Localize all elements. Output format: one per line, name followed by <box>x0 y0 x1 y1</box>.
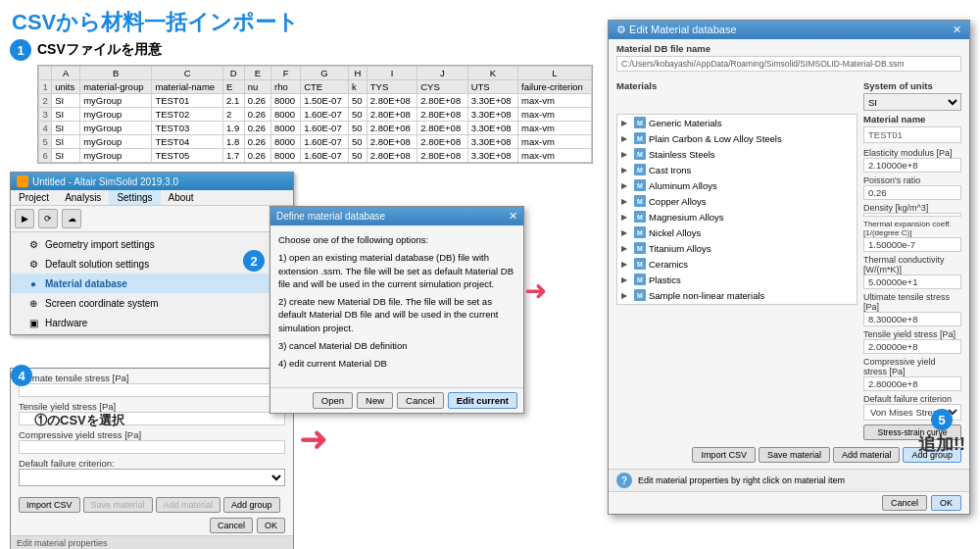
tree-item-label: Aluminum Alloys <box>649 180 717 191</box>
prop-val-rho <box>863 213 961 217</box>
label-ultimate: Ultimate tensile stress [Pa] <box>19 373 285 383</box>
csv-table-wrapper: A B C D E F G H I J K L 1unitsmaterial-g… <box>37 65 593 164</box>
prop-label-nu: Poisson's ratio <box>863 175 961 185</box>
label-compressive: Compressive yield stress [Pa] <box>19 429 285 440</box>
nav-material-db[interactable]: ● Material database <box>11 274 293 293</box>
prop-label-cys: Compressive yield stress [Pa] <box>863 357 961 376</box>
tree-item[interactable]: ▶MPlastics <box>617 272 857 287</box>
prop-label-uts: Ultimate tensile stress [Pa] <box>863 292 961 312</box>
edit-material-dialog: ⚙ Edit Material database ✕ Material DB f… <box>608 20 970 515</box>
col-b: B <box>80 67 152 80</box>
statusbar: Edit material properties <box>11 535 293 549</box>
tree-item[interactable]: ▶MSample non-linear materials <box>617 287 857 303</box>
tree-item[interactable]: ▶MCopper Alloys <box>617 193 857 209</box>
prop-label-tys: Tensile yield stress [Pa] <box>863 329 961 339</box>
toolbar-btn-2[interactable]: ⟳ <box>38 209 58 228</box>
btn-add-group-4[interactable]: Add group <box>223 497 280 513</box>
hw-icon: ▣ <box>26 316 40 329</box>
step4-form: Ultimate tensile stress [Pa] Tensile yie… <box>11 369 293 494</box>
tree-item-label: Copper Alloys <box>649 196 707 207</box>
dialog-define-body: Choose one of the following options: 1) … <box>270 225 523 383</box>
step4-ok-cancel: Cancel OK <box>11 516 293 535</box>
btn-save-material-4[interactable]: Save material <box>83 497 153 513</box>
btn-import-csv-4[interactable]: Import CSV <box>19 497 80 513</box>
emd-materials-label: Materials <box>616 80 858 91</box>
tree-item[interactable]: ▶MNickel Alloys <box>617 225 857 240</box>
btn-edit-current[interactable]: Edit current <box>448 392 517 409</box>
nav-label-1: Geometry import settings <box>45 239 155 250</box>
field-compressive: Compressive yield stress [Pa] <box>19 429 285 454</box>
nav-label-5: Hardware <box>45 318 87 328</box>
prop-density: Density [kg/m^3] <box>863 203 961 217</box>
btn-add-material-4[interactable]: Add material <box>156 497 221 513</box>
menu-project[interactable]: Project <box>11 190 57 205</box>
failure-criterion-select[interactable] <box>19 469 285 486</box>
col-a: A <box>52 67 80 80</box>
mat-name-label: Material name <box>863 114 961 125</box>
step4-instruction: ①のCSVを選択 <box>34 412 124 429</box>
dialog-buttons: Open New Cancel Edit current <box>270 387 523 413</box>
menu-analysis[interactable]: Analysis <box>57 190 109 205</box>
btn-ok-main[interactable]: OK <box>931 495 961 511</box>
btn-add-material-main[interactable]: Add material <box>833 447 901 463</box>
tree-item[interactable]: ▶MAluminum Alloys <box>617 177 857 193</box>
prop-label-k: Thermal conductivity [W/(m*K)] <box>863 255 961 274</box>
tree-arrow-icon: ▶ <box>621 228 631 237</box>
tree-item-label: Stainless Steels <box>649 149 715 160</box>
btn-save-material-main[interactable]: Save material <box>759 447 830 463</box>
col-empty <box>39 67 52 80</box>
menu-about[interactable]: About <box>161 190 202 205</box>
btn-ok-4[interactable]: OK <box>257 518 285 533</box>
tree-item[interactable]: ▶MTitanium Alloys <box>617 240 857 256</box>
toolbar-btn-3[interactable]: ☁ <box>62 209 81 228</box>
tree-item[interactable]: ▶MCeramics <box>617 256 857 272</box>
tree-item[interactable]: ▶MGeneric Materials <box>617 115 857 130</box>
toolbar-btn-1[interactable]: ▶ <box>15 209 34 228</box>
nav-label-3: Material database <box>45 278 127 289</box>
win-app-icon <box>17 175 28 187</box>
mat-tree[interactable]: ▶MGeneric Materials▶MPlain Carbon & Low … <box>616 114 858 305</box>
tree-arrow-icon: ▶ <box>621 150 631 159</box>
dialog-close-icon[interactable]: ✕ <box>509 210 517 223</box>
prop-val-nu: 0.26 <box>863 185 961 200</box>
nav-screen-coord[interactable]: ⊕ Screen coordinate system <box>11 293 293 313</box>
tree-arrow-icon: ▶ <box>621 166 631 175</box>
tree-item-label: Titanium Alloys <box>649 243 711 254</box>
step2-badge: 2 <box>243 250 265 272</box>
btn-cancel-4[interactable]: Cancel <box>210 518 253 533</box>
tree-arrow-icon: ▶ <box>621 244 631 253</box>
edit-mat-titlebar: ⚙ Edit Material database ✕ <box>609 21 969 39</box>
menu-settings[interactable]: Settings <box>109 190 160 205</box>
prop-elasticity: Elasticity modulus [Pa] 2.10000e+8 <box>863 148 961 173</box>
emd-bottom-buttons: Import CSV Save material Add material Ad… <box>609 444 969 469</box>
emd-file-section: Material DB file name C:/Users/kobayashi… <box>609 39 969 80</box>
tree-arrow-icon: ▶ <box>621 134 631 143</box>
btn-open[interactable]: Open <box>313 392 353 409</box>
tree-item[interactable]: ▶MPlain Carbon & Low Alloy Steels <box>617 130 857 146</box>
emd-mat-col: Materials <box>616 80 858 111</box>
tree-arrow-icon: ▶ <box>621 275 631 284</box>
tree-item-label: Magnesium Alloys <box>649 212 724 223</box>
tree-item[interactable]: ▶MMagnesium Alloys <box>617 209 857 225</box>
mat-folder-icon: M <box>634 179 646 191</box>
system-units-select[interactable]: SI <box>863 93 961 111</box>
nav-hardware[interactable]: ▣ Hardware <box>11 313 293 332</box>
emd-content-row: ▶MGeneric Materials▶MPlain Carbon & Low … <box>616 114 961 440</box>
tree-item[interactable]: ▶MStainless Steels <box>617 146 857 162</box>
win-menu: Project Analysis Settings About <box>11 190 293 206</box>
tree-item[interactable]: ▶MCast Irons <box>617 162 857 177</box>
prop-poisson: Poisson's ratio 0.26 <box>863 175 961 200</box>
btn-cancel[interactable]: Cancel <box>397 392 444 409</box>
dialog-define: Define material database ✕ Choose one of… <box>270 206 524 414</box>
btn-cancel-main[interactable]: Cancel <box>882 495 927 511</box>
mat-folder-icon: M <box>634 164 646 175</box>
btn-import-csv-main[interactable]: Import CSV <box>692 447 756 463</box>
col-i: I <box>367 67 416 80</box>
prop-val-tys: 2.00000e+8 <box>863 339 961 354</box>
btn-new[interactable]: New <box>357 392 393 409</box>
tree-arrow-icon: ▶ <box>621 197 631 206</box>
prop-tys: Tensile yield stress [Pa] 2.00000e+8 <box>863 329 961 354</box>
tree-item-label: Plastics <box>649 274 681 285</box>
edit-mat-close[interactable]: ✕ <box>953 24 961 36</box>
step4-badge: 4 <box>11 365 32 386</box>
